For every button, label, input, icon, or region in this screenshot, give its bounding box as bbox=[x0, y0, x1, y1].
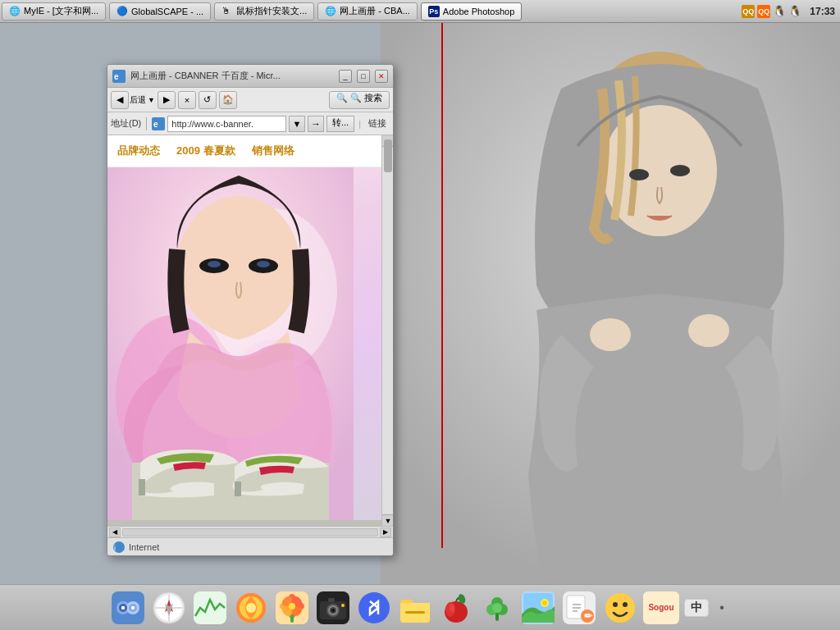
dock-bluetooth[interactable] bbox=[356, 590, 392, 626]
background-woman-image bbox=[381, 23, 840, 584]
dock-flower[interactable] bbox=[274, 590, 310, 626]
dock-sogou[interactable]: Sogou bbox=[643, 591, 679, 624]
back-button[interactable]: ◀ bbox=[111, 91, 129, 109]
dock-folder[interactable] bbox=[397, 590, 433, 626]
dock-camera[interactable] bbox=[315, 590, 351, 626]
system-tray: QQ QQ 🐧 🐧 bbox=[742, 5, 801, 18]
browser-titlebar: e 网上画册 - CBANNER 千百度 - Micr... _ □ ✕ bbox=[107, 65, 393, 88]
svg-point-83 bbox=[605, 593, 635, 623]
nav-brand[interactable]: 品牌动态 bbox=[117, 144, 160, 158]
dock-finder[interactable] bbox=[110, 590, 146, 626]
addr-favicon: e bbox=[152, 117, 165, 130]
dock-safari[interactable] bbox=[151, 590, 187, 626]
search-button[interactable]: 🔍 🔍 搜索 bbox=[329, 91, 390, 109]
taskbar-btn-mouse[interactable]: 🖱 鼠标指针安装文... bbox=[214, 2, 314, 21]
taskbar-btn-globalscape[interactable]: 🔵 GlobalSCAPE - ... bbox=[109, 2, 211, 21]
taskbar-clock: QQ QQ 🐧 🐧 17:33 bbox=[742, 5, 835, 18]
dock-photos[interactable] bbox=[520, 590, 556, 626]
svg-point-4 bbox=[670, 165, 690, 176]
taskbar-top: 🌐 MyIE - [文字和网... 🔵 GlobalSCAPE - ... 🖱 … bbox=[0, 0, 840, 23]
scroll-down-btn[interactable]: ▼ bbox=[382, 514, 393, 526]
tray-icon-4: 🐧 bbox=[788, 5, 801, 18]
taskbar-btn-cbanner[interactable]: 🌐 网上画册 - CBA... bbox=[317, 2, 418, 21]
globalscape-icon: 🔵 bbox=[116, 6, 128, 17]
svg-point-20 bbox=[257, 261, 270, 267]
browser-favicon: e bbox=[112, 70, 126, 83]
dock-clover[interactable] bbox=[479, 590, 515, 626]
svg-text:i: i bbox=[114, 544, 116, 552]
dock-candy[interactable] bbox=[233, 590, 269, 626]
browser-statusbar: i Internet bbox=[107, 537, 393, 555]
window-close-btn[interactable]: ✕ bbox=[375, 70, 388, 83]
taskbar-btn-photoshop[interactable]: Ps Adobe Photoshop bbox=[421, 2, 522, 21]
forward-button[interactable]: ▶ bbox=[158, 91, 176, 109]
website-image bbox=[107, 167, 381, 520]
scroll-thumb[interactable] bbox=[384, 139, 392, 172]
back-label[interactable]: 后退 bbox=[130, 94, 146, 106]
nav-sales[interactable]: 销售网络 bbox=[252, 144, 294, 158]
photoshop-icon: Ps bbox=[428, 6, 440, 17]
svg-point-19 bbox=[208, 261, 221, 267]
svg-point-69 bbox=[450, 604, 454, 612]
dock-chinese-input[interactable]: 中 bbox=[684, 599, 709, 617]
scrollbar-horizontal[interactable]: ◀ ▶ bbox=[107, 526, 393, 537]
svg-text:✏: ✏ bbox=[584, 610, 593, 622]
svg-point-54 bbox=[289, 603, 295, 609]
svg-point-73 bbox=[492, 603, 502, 613]
address-input[interactable]: http://www.c-banner. bbox=[167, 116, 286, 132]
dock-apple[interactable] bbox=[438, 590, 474, 626]
home-button[interactable]: 🏠 bbox=[219, 91, 237, 109]
svg-rect-23 bbox=[235, 482, 241, 496]
go-button[interactable]: 转... bbox=[326, 116, 354, 132]
website-footer-area bbox=[107, 520, 381, 526]
svg-rect-32 bbox=[121, 606, 125, 609]
svg-point-63 bbox=[341, 604, 345, 607]
browser-content: 品牌动态 2009 春夏款 销售网络 bbox=[107, 135, 393, 526]
svg-rect-40 bbox=[194, 591, 226, 624]
taskbar-btn-myie[interactable]: 🌐 MyIE - [文字和网... bbox=[2, 2, 106, 21]
nav-back-group: ◀ 后退 ▼ bbox=[111, 91, 155, 109]
nav-season[interactable]: 2009 春夏款 bbox=[176, 144, 235, 158]
dock-separator: • bbox=[714, 590, 730, 626]
svg-rect-65 bbox=[405, 611, 425, 614]
refresh-button[interactable]: ↺ bbox=[199, 91, 217, 109]
svg-point-43 bbox=[246, 603, 256, 613]
svg-rect-62 bbox=[328, 598, 335, 602]
svg-point-78 bbox=[542, 600, 547, 605]
svg-rect-55 bbox=[290, 614, 294, 623]
search-icon: 🔍 bbox=[336, 93, 348, 103]
svg-rect-74 bbox=[495, 613, 499, 621]
browser-toolbar: ◀ 后退 ▼ ▶ × ↺ 🏠 🔍 🔍 搜索 bbox=[107, 88, 393, 112]
dock-activity[interactable] bbox=[192, 590, 228, 626]
scroll-htrack bbox=[122, 528, 378, 536]
addr-dropdown-btn[interactable]: ▼ bbox=[289, 116, 305, 132]
sogou-label: Sogou bbox=[648, 603, 673, 612]
status-text: Internet bbox=[129, 542, 159, 552]
dock-emoji[interactable] bbox=[602, 590, 638, 626]
addr-go-arrow[interactable]: → bbox=[308, 116, 324, 132]
site-background bbox=[107, 167, 381, 520]
svg-point-84 bbox=[613, 602, 618, 607]
svg-rect-33 bbox=[131, 606, 135, 609]
svg-point-85 bbox=[623, 602, 628, 607]
links-label: 链接 bbox=[365, 117, 390, 130]
svg-point-3 bbox=[629, 169, 649, 180]
window-minimize-btn[interactable]: _ bbox=[339, 70, 352, 83]
tray-icon-1: QQ bbox=[742, 5, 755, 18]
scrollbar-vertical[interactable]: ▲ ▼ bbox=[381, 135, 393, 526]
svg-point-5 bbox=[590, 318, 631, 351]
website-nav: 品牌动态 2009 春夏款 销售网络 bbox=[107, 135, 381, 167]
window-maximize-btn[interactable]: □ bbox=[357, 70, 370, 83]
scroll-left-btn[interactable]: ◀ bbox=[109, 527, 121, 537]
myie-icon: 🌐 bbox=[9, 6, 21, 17]
taskbar-bottom: ✏ Sogou 中 • bbox=[0, 584, 840, 630]
addr-label: 地址(D) bbox=[111, 117, 141, 130]
svg-rect-22 bbox=[139, 479, 145, 495]
stop-button[interactable]: × bbox=[178, 91, 196, 109]
dock-paste[interactable]: ✏ bbox=[561, 590, 597, 626]
browser-window: e 网上画册 - CBANNER 千百度 - Micr... _ □ ✕ ◀ 后… bbox=[107, 64, 394, 556]
back-dropdown[interactable]: ▼ bbox=[148, 96, 155, 104]
red-line bbox=[441, 23, 443, 548]
tray-icon-2: QQ bbox=[757, 5, 770, 18]
scroll-right-btn[interactable]: ▶ bbox=[380, 527, 391, 537]
